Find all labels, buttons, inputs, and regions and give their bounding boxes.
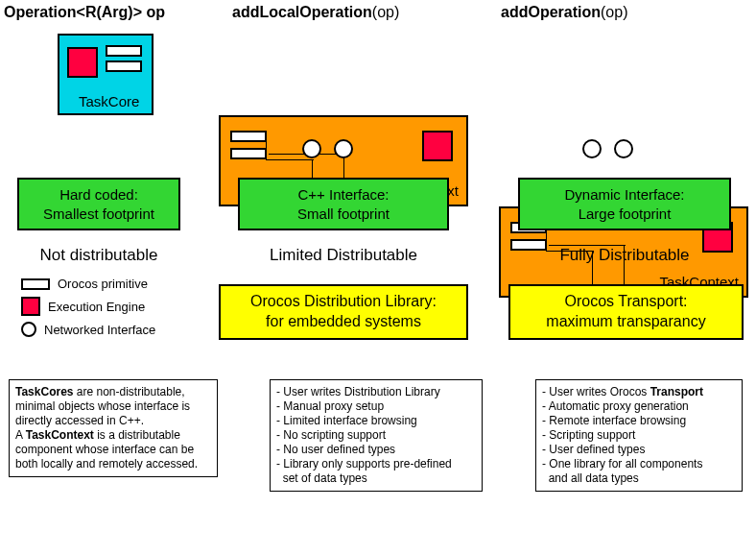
note-item: - User writes Distribution Library [276,385,476,399]
note-box-col2: - User writes Distribution Library - Man… [270,379,483,492]
connector-line [266,142,267,159]
note-item: - Manual proxy setup [276,399,476,414]
note-box-col3: - User writes Orocos Transport - Automat… [535,379,743,492]
footprint-box-col1: Hard coded: Smallest footprint [17,178,180,230]
execution-engine-icon [67,47,98,78]
note-item: - User writes Orocos Transport [542,385,736,399]
taskcore-label: TaskCore [79,93,139,109]
note-item: - Scripting support [542,428,736,443]
footprint-box-col3: Dynamic Interface: Large footprint [518,178,731,230]
primitive-slot [106,60,142,72]
yellow-line1: Orocos Transport: [514,292,738,312]
header-col1-text: Operation<R(Arg)> op [4,4,165,20]
yellow-line2: for embedded systems [224,312,462,332]
footprint-line1: Dynamic Interface: [524,185,725,205]
note-item: and all data types [542,471,736,486]
networked-interface-icon [21,322,36,337]
note-text: A [15,428,26,442]
dist-label-col3: Fully Distributable [518,246,731,265]
networked-interface-icon [334,139,353,158]
footprint-line2: Small footprint [244,205,443,224]
networked-interface-icon [582,139,602,158]
note-text: - User writes Orocos [542,385,650,398]
header-col3-bold: addOperation [501,4,601,20]
header-col3: addOperation(op) [501,4,627,21]
primitive-icon [21,278,50,290]
legend-row-net: Networked Interface [21,322,155,337]
header-col1: Operation<R(Arg)> op [4,4,165,21]
footprint-box-col2: C++ Interface: Small footprint [238,178,449,230]
note-item: - Remote interface browsing [542,414,736,428]
primitive-slot [230,148,267,159]
legend-row-primitive: Orocos primitive [21,277,155,291]
execution-engine-icon [422,131,453,161]
networked-interface-icon [614,139,633,158]
header-col2-light: (op) [372,4,399,20]
dist-label-col2: Limited Distributable [238,246,449,265]
networked-interface-icon [302,139,321,158]
yellow-box-col3: Orocos Transport: maximum transparancy [508,284,744,340]
note-bold: TaskContext [26,428,94,442]
connector-line [266,159,314,160]
legend-exec-label: Execution Engine [48,300,145,314]
footprint-line1: C++ Interface: [244,185,443,205]
primitive-slot [230,131,267,142]
note-item: - No scripting support [276,428,476,443]
primitive-slot [106,45,142,57]
note-item: - Automatic proxy generation [542,399,736,414]
note-bold: Transport [650,385,703,398]
note-item: - User defined types [542,443,736,457]
yellow-line1: Orocos Distribution Library: [224,292,462,312]
note-item: - No user defined types [276,443,476,457]
footprint-line1: Hard coded: [23,185,175,205]
note-item: set of data types [276,471,476,486]
header-col3-light: (op) [601,4,627,20]
note-item: - One library for all components [542,457,736,471]
dist-label-col1: Not distributable [17,246,180,265]
header-col2: addLocalOperation(op) [232,4,399,21]
note-item: - Library only supports pre-defined [276,457,476,471]
legend: Orocos primitive Execution Engine Networ… [21,277,155,343]
taskcore-box: TaskCore [58,34,154,115]
header-col2-bold: addLocalOperation [232,4,372,20]
footprint-line2: Large footprint [524,205,725,224]
note-bold: TaskCores [15,385,73,398]
yellow-line2: maximum transparancy [514,312,738,332]
yellow-box-col2: Orocos Distribution Library: for embedde… [219,284,468,340]
legend-primitive-label: Orocos primitive [58,277,148,291]
execution-engine-icon [21,297,40,316]
footprint-line2: Smallest footprint [23,205,175,224]
note-item: - Limited interface browsing [276,414,476,428]
legend-row-exec: Execution Engine [21,297,155,316]
legend-net-label: Networked Interface [44,323,155,337]
note-box-col1: TaskCores are non-distributable, minimal… [9,379,218,477]
